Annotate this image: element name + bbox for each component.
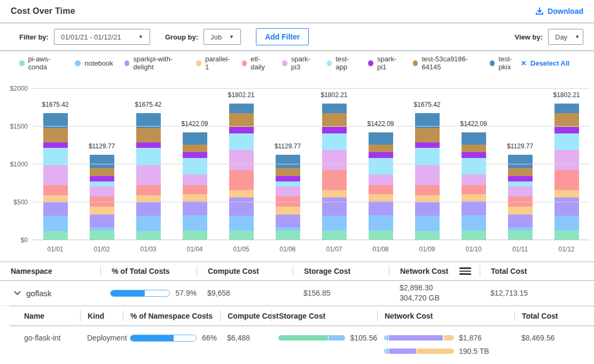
bar-segment-test-pkix[interactable]: [229, 104, 254, 113]
bar-segment-etl-daily[interactable]: [554, 170, 579, 189]
bar-segment-test-app[interactable]: [508, 181, 533, 186]
bar-segment-spark-pi1[interactable]: [322, 127, 347, 133]
stacked-bar-01/07[interactable]: [322, 104, 347, 240]
bar-segment-parallel-1[interactable]: [229, 190, 254, 197]
bar-segment-test-pkix[interactable]: [276, 155, 300, 169]
stacked-bar-01/02[interactable]: [90, 155, 114, 240]
bar-segment-parallel-1[interactable]: [554, 190, 579, 197]
bar-segment-pi-aws-conda[interactable]: [183, 231, 207, 240]
stacked-bar-01/05[interactable]: [229, 104, 254, 240]
bar-segment-notebook[interactable]: [322, 216, 347, 231]
bar-segment-test-app[interactable]: [229, 133, 254, 150]
bar-segment-etl-daily[interactable]: [43, 185, 68, 195]
bar-segment-test-pkix[interactable]: [322, 104, 347, 113]
bar-segment-test-app[interactable]: [415, 148, 440, 165]
bar-segment-etl-daily[interactable]: [462, 185, 486, 194]
bar-segment-test-53ca9186-64145[interactable]: [554, 113, 579, 128]
bar-segment-notebook[interactable]: [462, 215, 486, 230]
chevron-down-icon[interactable]: [14, 291, 21, 296]
bar-segment-sparkpi-with-delight[interactable]: [462, 201, 486, 215]
bar-segment-spark-pi1[interactable]: [369, 152, 393, 158]
bar-segment-pi-aws-conda[interactable]: [415, 231, 440, 240]
bar-segment-test-53ca9186-64145[interactable]: [322, 113, 347, 128]
legend-item-sparkpi-with-delight[interactable]: sparkpi-with-delight: [124, 55, 185, 71]
bar-segment-parallel-1[interactable]: [322, 190, 347, 197]
legend-item-parallel-1[interactable]: parallel-1: [196, 55, 230, 71]
legend-item-notebook[interactable]: notebook: [75, 59, 113, 67]
bar-segment-spark-pi3[interactable]: [508, 186, 533, 196]
bar-segment-sparkpi-with-delight[interactable]: [276, 215, 300, 227]
bar-segment-spark-pi3[interactable]: [276, 186, 300, 196]
bar-segment-spark-pi1[interactable]: [462, 152, 486, 158]
bar-segment-sparkpi-with-delight[interactable]: [508, 215, 533, 227]
bar-segment-test-53ca9186-64145[interactable]: [369, 145, 393, 152]
bar-segment-test-pkix[interactable]: [508, 155, 533, 169]
stacked-bar-01/12[interactable]: [554, 104, 579, 240]
stacked-bar-01/08[interactable]: [369, 132, 393, 240]
stacked-bar-01/09[interactable]: [415, 113, 440, 240]
bar-segment-test-app[interactable]: [369, 158, 393, 175]
bar-segment-test-53ca9186-64145[interactable]: [43, 128, 68, 143]
bar-segment-test-53ca9186-64145[interactable]: [276, 168, 300, 176]
bar-segment-notebook[interactable]: [415, 216, 440, 231]
bar-segment-test-app[interactable]: [554, 133, 579, 150]
bar-segment-etl-daily[interactable]: [136, 185, 161, 195]
bar-segment-sparkpi-with-delight[interactable]: [43, 202, 68, 216]
group-by-select[interactable]: Job ▼: [204, 29, 241, 45]
bar-segment-test-53ca9186-64145[interactable]: [90, 168, 114, 176]
legend-item-pi-aws-conda[interactable]: pi-aws-conda: [19, 55, 64, 71]
bar-segment-notebook[interactable]: [136, 216, 161, 231]
deselect-all-button[interactable]: ✕ Deselect All: [521, 59, 569, 67]
view-by-select[interactable]: Day ▼: [548, 29, 583, 45]
bar-segment-etl-daily[interactable]: [183, 185, 207, 194]
stacked-bar-01/11[interactable]: [508, 155, 533, 240]
bar-segment-sparkpi-with-delight[interactable]: [369, 201, 393, 215]
bar-segment-test-53ca9186-64145[interactable]: [229, 113, 254, 128]
bar-segment-spark-pi1[interactable]: [276, 176, 300, 181]
bar-segment-pi-aws-conda[interactable]: [276, 231, 300, 240]
bar-segment-spark-pi3[interactable]: [415, 165, 440, 185]
bar-segment-test-53ca9186-64145[interactable]: [508, 168, 533, 176]
bar-segment-sparkpi-with-delight[interactable]: [90, 215, 114, 227]
bar-segment-test-app[interactable]: [43, 148, 68, 165]
bar-segment-notebook[interactable]: [554, 216, 579, 231]
bar-segment-test-pkix[interactable]: [369, 132, 393, 145]
stacked-bar-01/03[interactable]: [136, 113, 161, 240]
namespace-expander[interactable]: goflask: [0, 289, 100, 298]
stacked-bar-01/04[interactable]: [183, 132, 207, 240]
bar-segment-spark-pi3[interactable]: [90, 186, 114, 196]
bar-segment-spark-pi3[interactable]: [229, 150, 254, 170]
bar-segment-spark-pi1[interactable]: [90, 176, 114, 181]
bar-segment-spark-pi1[interactable]: [554, 127, 579, 133]
bar-segment-etl-daily[interactable]: [369, 185, 393, 194]
bar-segment-test-53ca9186-64145[interactable]: [415, 128, 440, 143]
bar-segment-spark-pi3[interactable]: [136, 165, 161, 185]
bar-segment-pi-aws-conda[interactable]: [554, 231, 579, 240]
bar-segment-sparkpi-with-delight[interactable]: [554, 197, 579, 216]
bar-segment-test-app[interactable]: [183, 158, 207, 175]
bar-segment-parallel-1[interactable]: [276, 207, 300, 215]
bar-segment-spark-pi3[interactable]: [462, 175, 486, 185]
bar-segment-test-53ca9186-64145[interactable]: [136, 128, 161, 143]
date-range-select[interactable]: 01/01/21 - 01/12/21 ▼: [54, 29, 150, 45]
bar-segment-spark-pi1[interactable]: [183, 152, 207, 158]
bar-segment-parallel-1[interactable]: [462, 194, 486, 201]
bar-segment-notebook[interactable]: [369, 215, 393, 230]
add-filter-button[interactable]: Add Filter: [256, 28, 309, 45]
legend-item-test-pkix[interactable]: test-pkix: [490, 55, 521, 71]
column-menu-icon[interactable]: [458, 266, 472, 276]
bar-segment-test-pkix[interactable]: [90, 155, 114, 169]
bar-segment-pi-aws-conda[interactable]: [229, 231, 254, 240]
bar-segment-parallel-1[interactable]: [90, 207, 114, 215]
legend-item-spark-pi1[interactable]: spark-pi1: [368, 55, 401, 71]
bar-segment-sparkpi-with-delight[interactable]: [415, 202, 440, 216]
bar-segment-pi-aws-conda[interactable]: [508, 231, 533, 240]
bar-segment-pi-aws-conda[interactable]: [369, 231, 393, 240]
bar-segment-parallel-1[interactable]: [183, 194, 207, 201]
bar-segment-test-app[interactable]: [136, 148, 161, 165]
bar-segment-sparkpi-with-delight[interactable]: [322, 197, 347, 216]
bar-segment-spark-pi3[interactable]: [322, 150, 347, 170]
download-button[interactable]: Download: [535, 7, 583, 15]
bar-segment-pi-aws-conda[interactable]: [43, 231, 68, 240]
bar-segment-spark-pi3[interactable]: [183, 175, 207, 185]
